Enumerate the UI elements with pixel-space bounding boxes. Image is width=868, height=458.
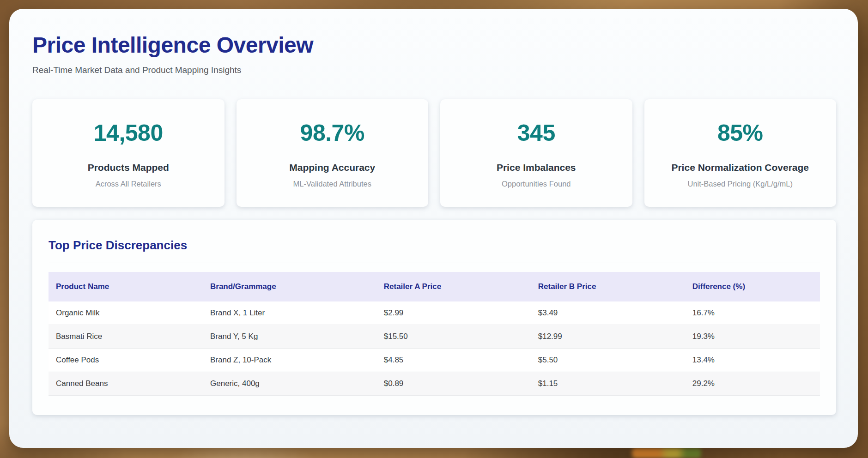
cell-brand-grammage: Brand Z, 10-Pack: [203, 349, 376, 372]
cell-product-name: Canned Beans: [49, 372, 203, 396]
background-photo-fragment: [632, 448, 701, 458]
stat-card-normalization-coverage: 85% Price Normalization Coverage Unit-Ba…: [644, 99, 837, 207]
dashboard-panel: Price Intelligence Overview Real-Time Ma…: [9, 9, 858, 448]
stats-row: 14,580 Products Mapped Across All Retail…: [32, 99, 836, 207]
cell-difference: 16.7%: [685, 301, 820, 325]
stat-value: 85%: [651, 120, 830, 146]
stat-card-mapping-accuracy: 98.7% Mapping Accuracy ML-Validated Attr…: [237, 99, 429, 207]
stat-label: Price Imbalances: [447, 162, 626, 173]
stat-card-price-imbalances: 345 Price Imbalances Opportunities Found: [440, 99, 632, 207]
cell-brand-grammage: Generic, 400g: [203, 372, 376, 396]
table-row: Organic Milk Brand X, 1 Liter $2.99 $3.4…: [49, 301, 820, 325]
cell-retailer-a-price: $15.50: [376, 325, 531, 349]
page-title: Price Intelligence Overview: [32, 34, 836, 57]
column-header-retailer-b-price: Retailer B Price: [531, 272, 685, 301]
discrepancies-section: Top Price Discrepancies Product Name Bra…: [32, 220, 836, 415]
stat-sublabel: ML-Validated Attributes: [243, 180, 422, 188]
column-header-difference: Difference (%): [685, 272, 820, 301]
column-header-product-name: Product Name: [49, 272, 203, 301]
cell-retailer-b-price: $12.99: [531, 325, 685, 349]
stat-card-products-mapped: 14,580 Products Mapped Across All Retail…: [32, 99, 225, 207]
cell-brand-grammage: Brand Y, 5 Kg: [203, 325, 376, 349]
cell-brand-grammage: Brand X, 1 Liter: [203, 301, 376, 325]
discrepancies-table: Product Name Brand/Grammage Retailer A P…: [49, 272, 820, 396]
cell-product-name: Organic Milk: [49, 301, 203, 325]
stat-label: Products Mapped: [39, 162, 218, 173]
page-subtitle: Real-Time Market Data and Product Mappin…: [32, 65, 836, 75]
stat-value: 98.7%: [243, 120, 422, 146]
stat-sublabel: Unit-Based Pricing (Kg/L/g/mL): [651, 180, 830, 188]
cell-retailer-b-price: $1.15: [531, 372, 685, 396]
cell-difference: 13.4%: [685, 349, 820, 372]
cell-retailer-a-price: $0.89: [376, 372, 531, 396]
stat-label: Mapping Accuracy: [243, 162, 422, 173]
stat-label: Price Normalization Coverage: [651, 162, 830, 173]
cell-retailer-a-price: $4.85: [376, 349, 531, 372]
cell-product-name: Coffee Pods: [49, 349, 203, 372]
stat-value: 14,580: [39, 120, 218, 146]
table-row: Coffee Pods Brand Z, 10-Pack $4.85 $5.50…: [49, 349, 820, 372]
table-row: Basmati Rice Brand Y, 5 Kg $15.50 $12.99…: [49, 325, 820, 349]
stat-value: 345: [447, 120, 626, 146]
section-title: Top Price Discrepancies: [49, 238, 820, 253]
cell-difference: 19.3%: [685, 325, 820, 349]
cell-retailer-a-price: $2.99: [376, 301, 531, 325]
section-divider: [49, 263, 820, 263]
column-header-retailer-a-price: Retailer A Price: [376, 272, 531, 301]
column-header-brand-grammage: Brand/Grammage: [203, 272, 376, 301]
stat-sublabel: Opportunities Found: [447, 180, 626, 188]
cell-product-name: Basmati Rice: [49, 325, 203, 349]
stat-sublabel: Across All Retailers: [39, 180, 218, 188]
cell-difference: 29.2%: [685, 372, 820, 396]
table-header-row: Product Name Brand/Grammage Retailer A P…: [49, 272, 820, 301]
cell-retailer-b-price: $5.50: [531, 349, 685, 372]
table-row: Canned Beans Generic, 400g $0.89 $1.15 2…: [49, 372, 820, 396]
cell-retailer-b-price: $3.49: [531, 301, 685, 325]
